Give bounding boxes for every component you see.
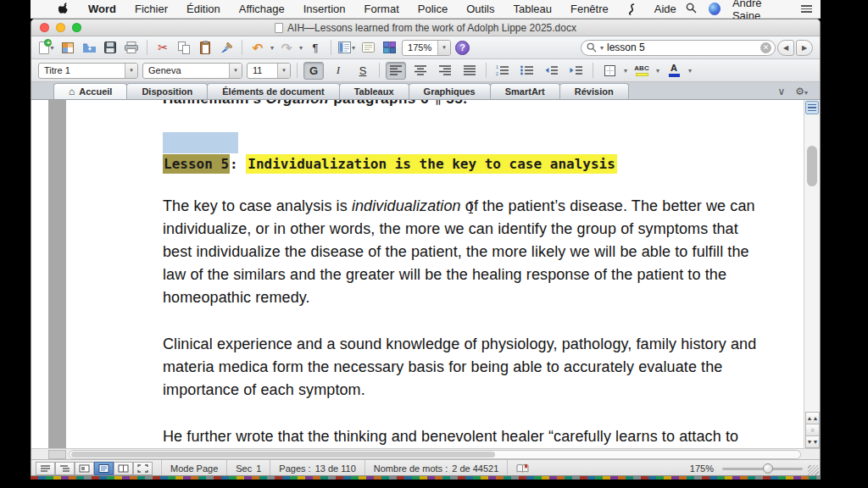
- siri-icon[interactable]: [709, 3, 721, 15]
- publishing-layout-view-button[interactable]: [75, 462, 94, 475]
- previous-page-button[interactable]: ▲▲: [805, 412, 820, 424]
- undo-caret[interactable]: ▾: [270, 44, 274, 52]
- tab-graphiques[interactable]: Graphiques: [409, 83, 491, 99]
- zoom-caret[interactable]: ▾: [437, 41, 450, 55]
- search-previous-button[interactable]: ◀: [777, 40, 794, 56]
- save-button[interactable]: [102, 39, 119, 57]
- menu-item-format[interactable]: Format: [355, 0, 409, 19]
- tab-elements-de-document[interactable]: Éléments de document: [207, 83, 339, 99]
- cut-button[interactable]: ✂: [154, 39, 171, 57]
- menu-item-aide[interactable]: Aide: [645, 0, 686, 19]
- view-layout-button[interactable]: ▾: [338, 39, 355, 57]
- menu-item-police[interactable]: Police: [409, 0, 457, 19]
- apple-menu-icon[interactable]: [49, 0, 79, 19]
- document-proxy-icon[interactable]: [275, 23, 283, 33]
- zoom-slider-knob[interactable]: [763, 463, 773, 474]
- word-count-status[interactable]: Nombre de mots :2 de 44521: [364, 460, 507, 476]
- format-painter-button[interactable]: [218, 39, 235, 57]
- help-button[interactable]: ?: [455, 41, 470, 55]
- view-layout-caret[interactable]: ▾: [352, 44, 355, 52]
- font-combo[interactable]: Geneva ▾: [142, 63, 242, 79]
- font-size-combo[interactable]: 11 ▾: [247, 63, 291, 79]
- print-button[interactable]: [123, 39, 140, 57]
- tab-disposition[interactable]: Disposition: [126, 83, 208, 99]
- split-view-handle[interactable]: [805, 101, 819, 114]
- vertical-scrollbar-thumb[interactable]: [807, 146, 817, 186]
- style-combo[interactable]: Titre 1 ▾: [38, 63, 138, 79]
- document-page[interactable]: Hahnemann’s Organon paragraphs 6 ¶ 55. L…: [66, 100, 805, 448]
- new-document-button[interactable]: +▾: [38, 39, 55, 57]
- font-color-caret[interactable]: ▾: [688, 67, 692, 75]
- menu-item-fenetre[interactable]: Fenêtre: [561, 0, 618, 19]
- align-right-button[interactable]: [435, 62, 455, 80]
- highlight-caret[interactable]: ▾: [656, 67, 659, 75]
- show-formatting-marks-button[interactable]: ¶: [307, 39, 324, 57]
- pages-status[interactable]: Pages :13 de 110: [270, 460, 364, 476]
- title-bar[interactable]: AIH—Lessons learned from the work of Ado…: [31, 19, 820, 36]
- collapse-ribbon-icon[interactable]: ∨: [777, 86, 785, 97]
- browse-object-button[interactable]: ○: [805, 424, 820, 436]
- menu-item-edition[interactable]: Édition: [177, 0, 230, 19]
- minimize-window-button[interactable]: [56, 23, 65, 32]
- search-input[interactable]: lesson 5: [607, 42, 757, 53]
- spelling-status[interactable]: [507, 460, 537, 476]
- menu-item-affichage[interactable]: Affichage: [230, 0, 294, 19]
- paste-button[interactable]: [197, 39, 214, 57]
- borders-button[interactable]: [599, 62, 620, 80]
- undo-button[interactable]: ↶: [249, 39, 266, 57]
- search-clear-button[interactable]: ✕: [760, 42, 771, 53]
- align-left-button[interactable]: [386, 62, 406, 80]
- borders-caret[interactable]: ▾: [624, 67, 627, 75]
- close-window-button[interactable]: [40, 23, 49, 32]
- media-browser-button[interactable]: [381, 39, 398, 57]
- numbered-list-button[interactable]: 12: [492, 62, 513, 80]
- horizontal-scrollbar[interactable]: [69, 450, 801, 459]
- menu-item-outils[interactable]: Outils: [457, 0, 504, 19]
- style-caret[interactable]: ▾: [125, 64, 137, 78]
- control-center-icon[interactable]: [801, 5, 812, 13]
- outline-view-button[interactable]: [55, 462, 75, 475]
- spotlight-search-icon[interactable]: [686, 3, 697, 16]
- section-status[interactable]: Sec1: [226, 460, 270, 476]
- font-color-button[interactable]: A: [664, 62, 684, 80]
- print-layout-view-button[interactable]: [94, 462, 114, 475]
- search-field[interactable]: ▾ lesson 5 ✕: [581, 40, 776, 56]
- tab-revision[interactable]: Révision: [559, 83, 629, 99]
- window-resize-grip[interactable]: [808, 465, 819, 476]
- menu-item-tableau[interactable]: Tableau: [504, 0, 561, 19]
- tab-tableaux[interactable]: Tableaux: [339, 83, 409, 99]
- vertical-scrollbar[interactable]: ▲▲ ○ ▼▼: [804, 100, 820, 448]
- copy-button[interactable]: [175, 39, 192, 57]
- scrapbook-button[interactable]: [359, 39, 376, 57]
- font-caret[interactable]: ▾: [229, 64, 242, 78]
- decrease-indent-button[interactable]: [542, 62, 562, 80]
- next-page-button[interactable]: ▼▼: [805, 435, 820, 448]
- open-button[interactable]: [81, 39, 97, 57]
- view-mode-status[interactable]: Mode Page: [161, 460, 226, 476]
- tab-smartart[interactable]: SmartArt: [490, 83, 560, 99]
- gallery-button[interactable]: [59, 39, 76, 57]
- script-menu-icon[interactable]: [618, 0, 645, 19]
- bold-button[interactable]: G: [303, 62, 324, 80]
- zoom-slider[interactable]: [722, 468, 803, 470]
- zoom-combo[interactable]: 175% ▾: [402, 40, 451, 56]
- italic-button[interactable]: I: [328, 62, 348, 80]
- bullet-list-button[interactable]: [517, 62, 537, 80]
- font-size-caret[interactable]: ▾: [277, 64, 290, 78]
- tab-accueil[interactable]: ⌂ Accueil: [53, 83, 127, 99]
- justify-button[interactable]: [459, 62, 480, 80]
- horizontal-scrollbar-thumb[interactable]: [71, 452, 495, 458]
- draft-view-button[interactable]: [36, 462, 55, 475]
- underline-button[interactable]: S: [353, 62, 373, 80]
- zoom-window-button[interactable]: [72, 23, 81, 32]
- highlight-color-button[interactable]: ABC: [632, 62, 652, 80]
- document-area[interactable]: Hahnemann’s Organon paragraphs 6 ¶ 55. L…: [31, 100, 820, 448]
- ribbon-settings-gear-icon[interactable]: ⚙▾: [795, 86, 808, 97]
- search-scope-caret[interactable]: ▾: [600, 44, 604, 52]
- increase-indent-button[interactable]: [566, 62, 587, 80]
- align-center-button[interactable]: [410, 62, 431, 80]
- menu-item-fichier[interactable]: Fichier: [125, 0, 177, 19]
- search-next-button[interactable]: ▶: [796, 40, 813, 56]
- menu-item-app[interactable]: Word: [79, 0, 125, 19]
- focus-view-button[interactable]: [133, 462, 153, 475]
